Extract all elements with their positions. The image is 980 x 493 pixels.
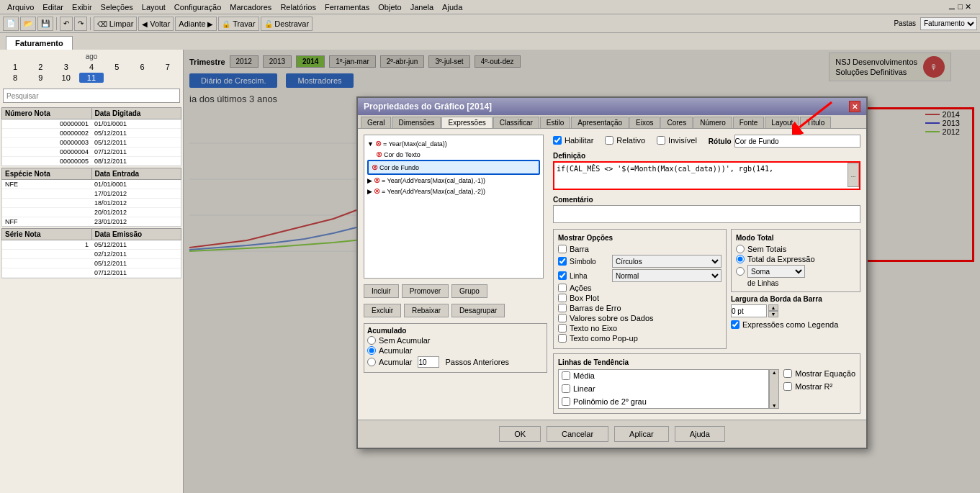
toolbar-open[interactable]: 📂 bbox=[20, 17, 36, 31]
expressoes-legenda-checkbox[interactable] bbox=[731, 320, 740, 329]
toolbar-faturamento-select[interactable]: Faturamento bbox=[920, 17, 977, 30]
dtab-eixos[interactable]: Eixos bbox=[629, 117, 660, 128]
scroll-down[interactable]: ▼ bbox=[772, 403, 777, 408]
dtab-dimensoes[interactable]: Dimensões bbox=[392, 117, 441, 128]
promover-btn[interactable]: Promover bbox=[402, 284, 449, 298]
dtab-expressoes[interactable]: Expressões bbox=[441, 117, 492, 128]
toolbar-adiante[interactable]: Adiante ▶ bbox=[175, 17, 217, 31]
menu-janela[interactable]: Janela bbox=[406, 1, 438, 13]
menu-editar[interactable]: Editar bbox=[38, 1, 68, 13]
relativo-checkbox[interactable] bbox=[605, 136, 613, 145]
radio-acumular2-input[interactable] bbox=[367, 358, 376, 366]
box-plot-checkbox[interactable] bbox=[558, 294, 567, 302]
mostrar-equacao-checkbox[interactable] bbox=[783, 369, 792, 378]
texto-popup-checkbox[interactable] bbox=[558, 334, 567, 343]
table-row: 0000000508/12/2011 bbox=[2, 157, 181, 166]
simbolo-select[interactable]: Círculos bbox=[612, 255, 721, 268]
largura-borda-input[interactable] bbox=[731, 304, 767, 317]
menu-objeto[interactable]: Objeto bbox=[374, 1, 405, 13]
valores-checkbox[interactable] bbox=[558, 314, 567, 322]
tendencia-scrollbar[interactable]: ▲ ▼ bbox=[769, 369, 779, 409]
dtab-classificar[interactable]: Classificar bbox=[493, 117, 539, 128]
search-bar bbox=[3, 89, 180, 103]
mostrar-r2-checkbox[interactable] bbox=[783, 382, 792, 391]
soma-radio[interactable] bbox=[736, 267, 745, 276]
habilitar-checkbox[interactable] bbox=[553, 136, 562, 145]
toolbar-save[interactable]: 💾 bbox=[37, 17, 53, 31]
ajuda-button[interactable]: Ajuda bbox=[675, 426, 725, 442]
menu-ajuda[interactable]: Ajuda bbox=[438, 1, 467, 13]
texto-eixo-checkbox[interactable] bbox=[558, 324, 567, 333]
toolbar-new[interactable]: 📄 bbox=[3, 17, 19, 31]
grupo-btn[interactable]: Grupo bbox=[451, 284, 487, 298]
tree-item-cor-fundo[interactable]: ⊗ Cor de Fundo bbox=[367, 160, 540, 175]
excluir-btn[interactable]: Excluir bbox=[364, 304, 401, 317]
especie-table-body: NFE01/01/0001 17/01/2012 18/01/2012 20/0… bbox=[1, 180, 181, 227]
definicao-textarea[interactable]: if(CAL_MÊS <> '$(=Month(Max(cal_data)))'… bbox=[553, 161, 860, 190]
acumular-steps-input[interactable] bbox=[418, 356, 439, 368]
media-checkbox[interactable] bbox=[562, 371, 570, 380]
ok-button[interactable]: OK bbox=[499, 426, 541, 442]
dtab-titulo[interactable]: Título bbox=[800, 117, 831, 128]
scroll-up[interactable]: ▲ bbox=[772, 370, 777, 375]
radio-acumular-input[interactable] bbox=[367, 346, 376, 355]
comentario-textarea[interactable] bbox=[553, 205, 860, 223]
dtab-apresentacao[interactable]: Apresentação bbox=[571, 117, 629, 128]
sem-totais-radio[interactable] bbox=[736, 245, 745, 253]
dtab-fonte[interactable]: Fonte bbox=[733, 117, 765, 128]
cancelar-button[interactable]: Cancelar bbox=[547, 426, 608, 442]
texto-popup-label: Texto como Pop-up bbox=[570, 334, 638, 343]
table-row: NFF23/01/2012 bbox=[2, 217, 181, 226]
total-expressao-radio[interactable] bbox=[736, 255, 745, 263]
definicao-browse-btn[interactable]: ... bbox=[848, 163, 859, 187]
menu-ferramentas[interactable]: Ferramentas bbox=[320, 1, 374, 13]
linear-checkbox[interactable] bbox=[562, 384, 570, 393]
cal-day-today[interactable]: 11 bbox=[79, 73, 104, 83]
toolbar-limpar[interactable]: ⌫ Limpar bbox=[94, 17, 137, 31]
dtab-geral[interactable]: Geral bbox=[361, 117, 391, 128]
menu-selecoes[interactable]: Seleções bbox=[96, 1, 138, 13]
dialog-close-button[interactable]: ✕ bbox=[849, 101, 860, 112]
linha-select[interactable]: Normal bbox=[612, 269, 721, 282]
tree-item-3[interactable]: ▶ ⊗ = Year(AddYears(Max(cal_data),-2)) bbox=[367, 186, 540, 196]
toolbar-undo[interactable]: ↶ bbox=[60, 17, 73, 31]
barra-checkbox[interactable] bbox=[558, 245, 567, 253]
menu-exibir[interactable]: Exibir bbox=[68, 1, 96, 13]
toolbar-voltar[interactable]: ◀ Voltar bbox=[138, 17, 174, 31]
acoes-checkbox[interactable] bbox=[558, 284, 567, 292]
aplicar-button[interactable]: Aplicar bbox=[614, 426, 669, 442]
linha-checkbox[interactable] bbox=[558, 271, 567, 280]
invisivel-checkbox[interactable] bbox=[657, 136, 665, 145]
toolbar-destravar[interactable]: 🔓 Destravar bbox=[261, 17, 313, 31]
col-serie-nota: Série Nota bbox=[2, 229, 92, 240]
menu-relatorios[interactable]: Relatórios bbox=[276, 1, 320, 13]
menu-configuracao[interactable]: Configuração bbox=[170, 1, 225, 13]
dtab-estilo[interactable]: Estilo bbox=[540, 117, 570, 128]
search-input[interactable] bbox=[3, 89, 180, 103]
toolbar-redo[interactable]: ↷ bbox=[74, 17, 87, 31]
tree-item-cor-texto[interactable]: ⊗ Cor do Texto bbox=[367, 149, 540, 160]
soma-select[interactable]: Soma bbox=[747, 265, 805, 278]
menu-arquivo[interactable]: Arquivo bbox=[3, 1, 38, 13]
barras-erro-checkbox[interactable] bbox=[558, 304, 567, 312]
tree-item-1[interactable]: ▼ ⊗ = Year(Max(cal_data)) bbox=[367, 138, 540, 149]
largura-borda-up[interactable]: ▲ bbox=[768, 304, 778, 311]
toolbar-travar[interactable]: 🔒 Travar bbox=[218, 17, 259, 31]
tab-faturamento[interactable]: Faturamento bbox=[6, 36, 73, 50]
rebaixar-btn[interactable]: Rebaixar bbox=[404, 304, 449, 317]
desagrupar-btn[interactable]: Desagrupar bbox=[451, 304, 505, 317]
tendencia-panel: Linhas de Tendência Média bbox=[553, 353, 860, 414]
dtab-cores[interactable]: Cores bbox=[660, 117, 693, 128]
tree-item-2[interactable]: ▶ ⊗ = Year(AddYears(Max(cal_data),-1)) bbox=[367, 175, 540, 186]
dtab-layout[interactable]: Layout bbox=[765, 117, 799, 128]
incluir-btn[interactable]: Incluir bbox=[364, 284, 399, 298]
tree-pane: ▼ ⊗ = Year(Max(cal_data)) ⊗ Cor do Texto bbox=[364, 135, 544, 279]
polinomio-checkbox[interactable] bbox=[562, 397, 570, 406]
simbolo-checkbox[interactable] bbox=[558, 257, 567, 266]
largura-borda-down[interactable]: ▼ bbox=[768, 311, 778, 317]
rotulo-input[interactable] bbox=[734, 135, 860, 148]
radio-sem-acumular-input[interactable] bbox=[367, 336, 376, 345]
menu-marcadores[interactable]: Marcadores bbox=[225, 1, 276, 13]
dtab-numero[interactable]: Número bbox=[693, 117, 732, 128]
menu-layout[interactable]: Layout bbox=[138, 1, 170, 13]
